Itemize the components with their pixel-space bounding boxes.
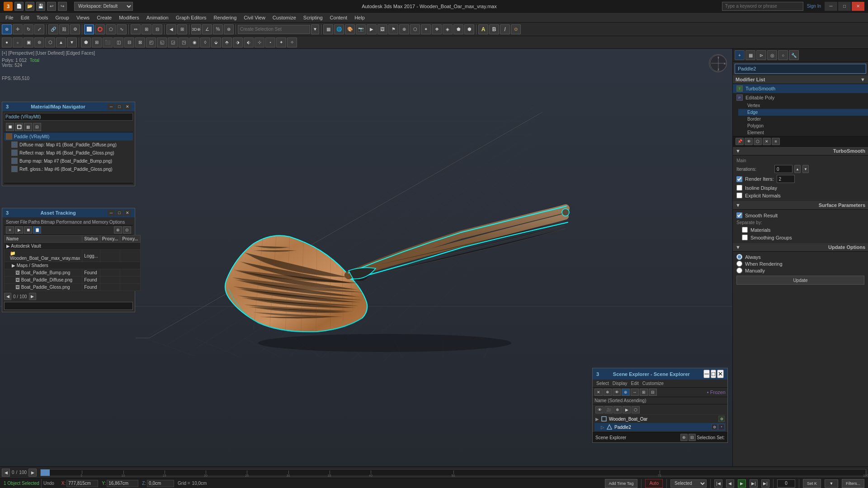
- menu-edit[interactable]: Edit: [17, 14, 33, 21]
- manually-radio[interactable]: [736, 267, 742, 273]
- asset-tool5[interactable]: ⊕: [114, 226, 122, 234]
- menu-graph-editors[interactable]: Graph Editors: [172, 14, 210, 21]
- sub-vertex[interactable]: Vertex: [738, 102, 868, 109]
- bind-space-warp-btn[interactable]: ⚙: [70, 24, 80, 34]
- menu-scripting[interactable]: Scripting: [300, 14, 326, 21]
- menu-content[interactable]: Content: [326, 14, 351, 21]
- se-tool-select[interactable]: ⊕: [622, 389, 630, 396]
- sub-tool17[interactable]: ⊹: [255, 38, 264, 47]
- tb-extra5[interactable]: ❖: [432, 24, 442, 34]
- modifier-list-header[interactable]: Modifier List ▼: [733, 75, 868, 84]
- asset-menu-file[interactable]: File: [20, 220, 27, 225]
- se-col-freeze[interactable]: ❄: [613, 406, 622, 413]
- asset-row-gloss[interactable]: 🖼 Boat_Paddle_Gloss.png Found: [5, 284, 141, 291]
- mat-tool2[interactable]: 🔳: [15, 123, 23, 131]
- move-btn[interactable]: ✛: [13, 24, 23, 34]
- asset-tool4[interactable]: 📋: [33, 226, 41, 234]
- tb-extra7[interactable]: ⬟: [453, 24, 463, 34]
- menu-animation[interactable]: Animation: [143, 14, 172, 21]
- se-tool-hide[interactable]: 👁: [613, 389, 621, 396]
- modify-panel-btn[interactable]: ▦: [745, 50, 755, 60]
- sign-in-btn[interactable]: Sign In: [807, 4, 821, 9]
- mat-tool4[interactable]: ⊟: [33, 123, 41, 131]
- rect-select-btn[interactable]: ⬜: [84, 24, 94, 34]
- sub-tool11[interactable]: ◉: [189, 38, 199, 47]
- window-controls[interactable]: ─ □ ✕: [825, 2, 864, 11]
- asset-tool6[interactable]: ⊙: [123, 226, 131, 234]
- viewport-prev-btn[interactable]: ◀: [166, 24, 176, 34]
- sub-border[interactable]: Border: [738, 116, 868, 122]
- asset-menu-paths[interactable]: Paths: [28, 220, 40, 225]
- create-selection-set-btn[interactable]: ▼: [311, 24, 319, 34]
- explicit-normals-checkbox[interactable]: [736, 192, 742, 198]
- modifier-editable-poly[interactable]: P Editable Poly: [733, 93, 868, 102]
- sub-tool5[interactable]: ⊟: [124, 38, 134, 47]
- close-btn[interactable]: ✕: [852, 2, 864, 11]
- se-tool-sync[interactable]: ↔: [631, 389, 639, 396]
- lasso-select-btn[interactable]: ∿: [117, 24, 127, 34]
- menu-modifiers[interactable]: Modifiers: [115, 14, 143, 21]
- sub-tool20[interactable]: ✧: [287, 38, 297, 47]
- fence-select-btn[interactable]: ⬠: [106, 24, 116, 34]
- se-menu-display[interactable]: Display: [613, 381, 627, 386]
- render-setup-btn[interactable]: 📷: [356, 24, 366, 34]
- col-status[interactable]: Status: [82, 235, 100, 243]
- asset-menu-options[interactable]: Options: [109, 220, 125, 225]
- menu-file[interactable]: File: [2, 14, 17, 21]
- se-row-wooden-boat[interactable]: ▶ Wooden_Boat_Oar ⚙: [594, 415, 726, 423]
- set-k-btn[interactable]: Set K: [803, 479, 821, 488]
- workspace-select[interactable]: Workspace: Default: [74, 2, 133, 11]
- array-btn[interactable]: ⊟: [152, 24, 162, 34]
- smooth-result-checkbox[interactable]: [736, 212, 742, 218]
- make-unique-btn[interactable]: ⬡: [754, 138, 762, 145]
- update-options-header[interactable]: ▼ Update Options: [733, 243, 868, 252]
- col-name[interactable]: Name: [5, 235, 82, 243]
- mirror-btn[interactable]: ⇔: [131, 24, 141, 34]
- material-editor-btn[interactable]: 🎨: [345, 24, 355, 34]
- mat-item-reflect[interactable]: Reflect map: Map #6 (Boat_Paddle_Gloss.p…: [4, 149, 133, 157]
- layer-manager-btn[interactable]: ▦: [323, 24, 333, 34]
- se-col-deform[interactable]: ⬡: [632, 406, 640, 413]
- frame-input[interactable]: [777, 479, 795, 488]
- y-input[interactable]: [107, 480, 138, 487]
- iterations-input[interactable]: [774, 165, 793, 173]
- tb-extra3[interactable]: ⬡: [410, 24, 420, 34]
- go-to-end-btn[interactable]: ▶|: [761, 479, 769, 488]
- menu-help[interactable]: Help: [351, 14, 368, 21]
- turbosmooth-header[interactable]: ▼ TurboSmooth: [733, 147, 868, 155]
- mat-nav-maximize[interactable]: □: [116, 103, 123, 110]
- se-col-motion[interactable]: ▶: [623, 406, 631, 413]
- mat-nav-minimize[interactable]: ─: [108, 103, 115, 110]
- update-btn[interactable]: Update: [736, 276, 864, 285]
- sub-tool9[interactable]: ◲: [168, 38, 178, 47]
- tb-extra6[interactable]: ◈: [443, 24, 453, 34]
- isoline-checkbox[interactable]: [736, 185, 742, 191]
- asset-tool1[interactable]: ≡: [6, 226, 14, 234]
- snap-3d-btn[interactable]: 3D⊕: [191, 24, 201, 34]
- angle-snap-btn[interactable]: ∠: [202, 24, 212, 34]
- new-file-btn[interactable]: 📄: [14, 2, 24, 11]
- search-input[interactable]: [722, 2, 803, 11]
- sub-tool1[interactable]: ⬟: [81, 38, 91, 47]
- motion-panel-btn[interactable]: ◎: [767, 50, 777, 60]
- sub-tool19[interactable]: ✦: [276, 38, 286, 47]
- sub-element[interactable]: Element: [738, 129, 868, 136]
- utilities-panel-btn[interactable]: 🔧: [789, 50, 799, 60]
- sub-edge[interactable]: Edge: [738, 109, 868, 116]
- sub-select4[interactable]: ⬡: [45, 38, 55, 47]
- render-active-btn[interactable]: ⊙: [511, 24, 521, 34]
- mat-item-refl-gloss[interactable]: Refl. gloss.: Map #6 (Boat_Paddle_Gloss.…: [4, 165, 133, 173]
- timeline-next-frame[interactable]: ▶: [28, 469, 37, 477]
- minimize-btn[interactable]: ─: [825, 2, 837, 11]
- link-btn[interactable]: 🔗: [48, 24, 58, 34]
- se-col-visible[interactable]: 👁: [595, 406, 604, 413]
- create-selection-set-input[interactable]: [238, 25, 310, 34]
- bold-btn[interactable]: B: [489, 24, 499, 34]
- se-tool-delete[interactable]: ✕: [594, 389, 603, 396]
- hierarchy-panel-btn[interactable]: ⊳: [756, 50, 766, 60]
- auto-key-btn[interactable]: Auto: [645, 479, 663, 488]
- tb-extra1[interactable]: ⚑: [388, 24, 398, 34]
- tb-extra2[interactable]: ⊕: [399, 24, 409, 34]
- prev-frame-btn[interactable]: ◀: [726, 479, 734, 488]
- asset-prev[interactable]: ◀: [4, 293, 11, 300]
